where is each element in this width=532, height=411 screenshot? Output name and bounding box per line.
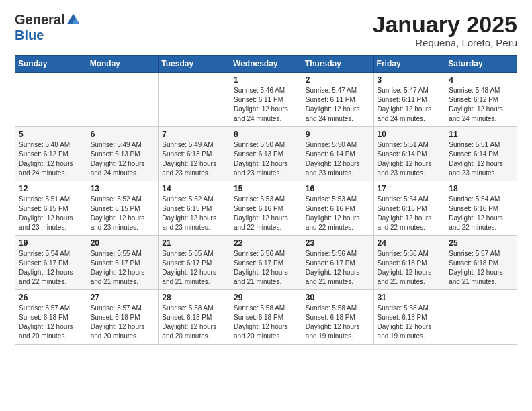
table-cell: 3Sunrise: 5:47 AMSunset: 6:11 PMDaylight…: [373, 73, 445, 127]
day-info: Sunrise: 5:55 AMSunset: 6:17 PMDaylight:…: [91, 249, 155, 287]
day-info: Sunrise: 5:47 AMSunset: 6:11 PMDaylight:…: [378, 86, 442, 124]
table-cell: 18Sunrise: 5:54 AMSunset: 6:16 PMDayligh…: [445, 181, 517, 236]
day-info: Sunrise: 5:55 AMSunset: 6:17 PMDaylight:…: [162, 249, 226, 287]
header-saturday: Saturday: [445, 56, 517, 73]
day-number: 24: [378, 238, 442, 248]
day-info: Sunrise: 5:54 AMSunset: 6:17 PMDaylight:…: [19, 249, 83, 287]
table-cell: 15Sunrise: 5:53 AMSunset: 6:16 PMDayligh…: [230, 181, 302, 236]
day-number: 18: [449, 184, 513, 193]
table-cell: 26Sunrise: 5:57 AMSunset: 6:18 PMDayligh…: [15, 290, 87, 345]
day-number: 10: [378, 130, 442, 139]
day-number: 2: [306, 75, 370, 85]
day-number: 21: [162, 238, 226, 248]
page: General Blue January 2025 Requena, Loret…: [0, 0, 532, 411]
day-number: 27: [91, 293, 155, 302]
header-thursday: Thursday: [302, 56, 373, 73]
day-number: 1: [234, 75, 298, 85]
day-info: Sunrise: 5:49 AMSunset: 6:13 PMDaylight:…: [91, 140, 155, 178]
week-row-3: 12Sunrise: 5:51 AMSunset: 6:15 PMDayligh…: [15, 181, 517, 236]
table-cell: 16Sunrise: 5:53 AMSunset: 6:16 PMDayligh…: [302, 181, 373, 236]
table-cell: 23Sunrise: 5:56 AMSunset: 6:17 PMDayligh…: [302, 236, 373, 290]
week-row-1: 1Sunrise: 5:46 AMSunset: 6:11 PMDaylight…: [15, 73, 517, 127]
day-info: Sunrise: 5:49 AMSunset: 6:13 PMDaylight:…: [162, 140, 226, 178]
table-cell: [15, 73, 87, 127]
calendar-subtitle: Requena, Loreto, Peru: [373, 37, 518, 48]
week-row-5: 26Sunrise: 5:57 AMSunset: 6:18 PMDayligh…: [15, 290, 517, 345]
table-cell: 17Sunrise: 5:54 AMSunset: 6:16 PMDayligh…: [373, 181, 445, 236]
day-info: Sunrise: 5:58 AMSunset: 6:18 PMDaylight:…: [378, 304, 442, 341]
header-tuesday: Tuesday: [159, 56, 230, 73]
day-info: Sunrise: 5:52 AMSunset: 6:15 PMDaylight:…: [91, 195, 155, 232]
table-cell: 12Sunrise: 5:51 AMSunset: 6:15 PMDayligh…: [15, 181, 87, 236]
day-number: 17: [378, 184, 442, 193]
day-info: Sunrise: 5:53 AMSunset: 6:16 PMDaylight:…: [306, 195, 370, 232]
day-number: 5: [19, 130, 83, 139]
table-cell: 7Sunrise: 5:49 AMSunset: 6:13 PMDaylight…: [159, 127, 230, 181]
day-info: Sunrise: 5:48 AMSunset: 6:12 PMDaylight:…: [449, 86, 513, 124]
header-monday: Monday: [87, 56, 159, 73]
table-cell: 4Sunrise: 5:48 AMSunset: 6:12 PMDaylight…: [445, 73, 517, 127]
table-cell: 13Sunrise: 5:52 AMSunset: 6:15 PMDayligh…: [87, 181, 159, 236]
day-number: 29: [234, 293, 298, 302]
day-number: 31: [378, 293, 442, 302]
day-number: 23: [306, 238, 370, 248]
table-cell: [159, 73, 230, 127]
table-cell: 28Sunrise: 5:58 AMSunset: 6:18 PMDayligh…: [159, 290, 230, 345]
table-cell: 2Sunrise: 5:47 AMSunset: 6:11 PMDaylight…: [302, 73, 373, 127]
table-cell: 5Sunrise: 5:48 AMSunset: 6:12 PMDaylight…: [15, 127, 87, 181]
week-row-2: 5Sunrise: 5:48 AMSunset: 6:12 PMDaylight…: [15, 127, 517, 181]
header-sunday: Sunday: [15, 56, 87, 73]
table-cell: 14Sunrise: 5:52 AMSunset: 6:15 PMDayligh…: [159, 181, 230, 236]
day-number: 22: [234, 238, 298, 248]
day-info: Sunrise: 5:58 AMSunset: 6:18 PMDaylight:…: [306, 304, 370, 341]
table-cell: [445, 290, 517, 345]
day-number: 7: [162, 130, 226, 139]
day-number: 19: [19, 238, 83, 248]
day-info: Sunrise: 5:54 AMSunset: 6:16 PMDaylight:…: [378, 195, 442, 232]
table-cell: 10Sunrise: 5:51 AMSunset: 6:14 PMDayligh…: [373, 127, 445, 181]
day-number: 8: [234, 130, 298, 139]
table-cell: 25Sunrise: 5:57 AMSunset: 6:18 PMDayligh…: [445, 236, 517, 290]
day-number: 26: [19, 293, 83, 302]
day-info: Sunrise: 5:48 AMSunset: 6:12 PMDaylight:…: [19, 140, 83, 178]
day-number: 4: [449, 75, 513, 85]
header-friday: Friday: [373, 56, 445, 73]
table-cell: 31Sunrise: 5:58 AMSunset: 6:18 PMDayligh…: [373, 290, 445, 345]
table-cell: 22Sunrise: 5:56 AMSunset: 6:17 PMDayligh…: [230, 236, 302, 290]
day-info: Sunrise: 5:51 AMSunset: 6:15 PMDaylight:…: [19, 195, 83, 232]
day-number: 20: [91, 238, 155, 248]
day-number: 14: [162, 184, 226, 193]
day-number: 11: [449, 130, 513, 139]
table-cell: 30Sunrise: 5:58 AMSunset: 6:18 PMDayligh…: [302, 290, 373, 345]
day-info: Sunrise: 5:53 AMSunset: 6:16 PMDaylight:…: [234, 195, 298, 232]
logo-blue-text: Blue: [15, 28, 44, 43]
weekday-header-row: Sunday Monday Tuesday Wednesday Thursday…: [15, 56, 517, 73]
day-info: Sunrise: 5:54 AMSunset: 6:16 PMDaylight:…: [449, 195, 513, 232]
day-number: 6: [91, 130, 155, 139]
day-number: 9: [306, 130, 370, 139]
day-info: Sunrise: 5:56 AMSunset: 6:17 PMDaylight:…: [306, 249, 370, 287]
day-number: 16: [306, 184, 370, 193]
day-number: 12: [19, 184, 83, 193]
day-number: 3: [378, 75, 442, 85]
table-cell: 8Sunrise: 5:50 AMSunset: 6:13 PMDaylight…: [230, 127, 302, 181]
header-wednesday: Wednesday: [230, 56, 302, 73]
day-info: Sunrise: 5:58 AMSunset: 6:18 PMDaylight:…: [234, 304, 298, 341]
day-info: Sunrise: 5:57 AMSunset: 6:18 PMDaylight:…: [91, 304, 155, 341]
logo-general-text: General: [15, 12, 64, 28]
day-info: Sunrise: 5:46 AMSunset: 6:11 PMDaylight:…: [234, 86, 298, 124]
day-info: Sunrise: 5:50 AMSunset: 6:13 PMDaylight:…: [234, 140, 298, 178]
table-cell: 21Sunrise: 5:55 AMSunset: 6:17 PMDayligh…: [159, 236, 230, 290]
logo-icon: [66, 13, 81, 28]
day-number: 15: [234, 184, 298, 193]
calendar-table: Sunday Monday Tuesday Wednesday Thursday…: [15, 55, 517, 345]
day-info: Sunrise: 5:56 AMSunset: 6:17 PMDaylight:…: [234, 249, 298, 287]
table-cell: 24Sunrise: 5:56 AMSunset: 6:18 PMDayligh…: [373, 236, 445, 290]
day-info: Sunrise: 5:51 AMSunset: 6:14 PMDaylight:…: [378, 140, 442, 178]
table-cell: 9Sunrise: 5:50 AMSunset: 6:14 PMDaylight…: [302, 127, 373, 181]
day-info: Sunrise: 5:47 AMSunset: 6:11 PMDaylight:…: [306, 86, 370, 124]
day-number: 25: [449, 238, 513, 248]
day-number: 13: [91, 184, 155, 193]
table-cell: 27Sunrise: 5:57 AMSunset: 6:18 PMDayligh…: [87, 290, 159, 345]
day-info: Sunrise: 5:52 AMSunset: 6:15 PMDaylight:…: [162, 195, 226, 232]
